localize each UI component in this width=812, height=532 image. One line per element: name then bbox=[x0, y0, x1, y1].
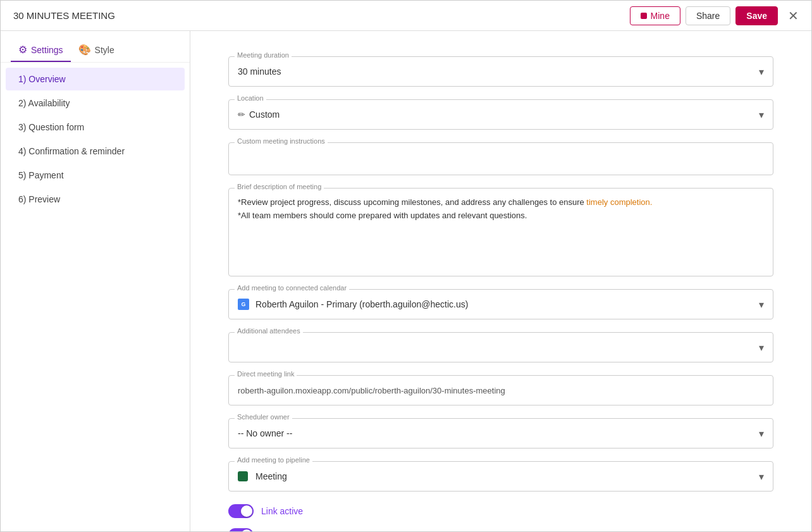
brief-description-highlight: timely completion. bbox=[586, 197, 652, 207]
pipeline-dot-icon bbox=[238, 471, 248, 481]
chevron-down-icon: ▾ bbox=[759, 66, 764, 78]
pipeline-value: Meeting bbox=[238, 471, 287, 481]
style-icon: 🎨 bbox=[78, 44, 91, 56]
sidebar: ⚙ Settings 🎨 Style 1) Overview 2) Availa… bbox=[1, 31, 190, 531]
sidebar-item-overview[interactable]: 1) Overview bbox=[6, 68, 185, 90]
toggle-thumb bbox=[241, 529, 252, 531]
direct-link-value: roberth-aguilon.moxieapp.com/public/robe… bbox=[238, 386, 505, 395]
brief-description-label: Brief description of meeting bbox=[235, 183, 324, 190]
google-calendar-icon: G bbox=[238, 299, 249, 310]
tab-settings-label: Settings bbox=[31, 45, 63, 55]
direct-link-label: Direct meeting link bbox=[235, 370, 297, 378]
custom-instructions-input[interactable] bbox=[228, 142, 773, 175]
chevron-down-icon: ▾ bbox=[759, 109, 764, 121]
calendar-label: Add meeting to connected calendar bbox=[235, 284, 349, 292]
toggle-thumb bbox=[241, 505, 252, 517]
meeting-title-input[interactable] bbox=[8, 8, 198, 23]
brief-description-field: Brief description of meeting *Review pro… bbox=[228, 188, 773, 276]
direct-link-field: Direct meeting link roberth-aguilon.moxi… bbox=[228, 375, 773, 405]
calendar-field: Add meeting to connected calendar G Robe… bbox=[228, 289, 773, 319]
sidebar-item-availability[interactable]: 2) Availability bbox=[6, 92, 185, 114]
mine-label: Mine bbox=[651, 11, 670, 21]
chevron-down-icon: ▾ bbox=[759, 428, 764, 440]
meeting-duration-select[interactable]: 30 minutes ▾ bbox=[228, 56, 773, 87]
pipeline-label: Add meeting to pipeline bbox=[235, 456, 312, 464]
scheduler-owner-value: -- No owner -- bbox=[238, 428, 292, 438]
sidebar-item-question-form[interactable]: 3) Question form bbox=[6, 116, 185, 139]
body: ⚙ Settings 🎨 Style 1) Overview 2) Availa… bbox=[1, 31, 811, 531]
close-button[interactable]: ✕ bbox=[783, 6, 804, 26]
brief-description-line2: *All team members should come prepared w… bbox=[238, 209, 652, 223]
client-portal-label: Show in Client Portal bbox=[261, 530, 343, 531]
pencil-icon: ✏ bbox=[238, 109, 245, 120]
additional-attendees-label: Additional attendees bbox=[235, 327, 303, 335]
meeting-duration-label: Meeting duration bbox=[235, 51, 292, 59]
chevron-down-icon: ▾ bbox=[759, 342, 764, 354]
sidebar-item-payment[interactable]: 5) Payment bbox=[6, 164, 185, 187]
sidebar-tabs: ⚙ Settings 🎨 Style bbox=[1, 31, 190, 63]
custom-instructions-field: Custom meeting instructions bbox=[228, 142, 773, 175]
sidebar-item-confirmation[interactable]: 4) Confirmation & reminder bbox=[6, 140, 185, 163]
share-label: Share bbox=[696, 11, 720, 21]
brief-description-content: *Review project progress, discuss upcomi… bbox=[238, 196, 652, 223]
meeting-duration-value: 30 minutes bbox=[238, 66, 281, 77]
tab-style-label: Style bbox=[95, 45, 114, 55]
scheduler-owner-field: Scheduler owner -- No owner -- ▾ bbox=[228, 418, 773, 448]
chevron-down-icon: ▾ bbox=[759, 299, 764, 311]
scheduler-owner-label: Scheduler owner bbox=[235, 413, 292, 421]
additional-attendees-select[interactable]: ▾ bbox=[228, 332, 773, 362]
location-value: ✏ Custom bbox=[238, 109, 280, 120]
tab-style[interactable]: 🎨 Style bbox=[71, 39, 122, 62]
scheduler-owner-select[interactable]: -- No owner -- ▾ bbox=[228, 418, 773, 448]
sidebar-item-preview[interactable]: 6) Preview bbox=[6, 188, 185, 211]
link-active-toggle[interactable] bbox=[228, 504, 254, 518]
direct-link-input[interactable]: roberth-aguilon.moxieapp.com/public/robe… bbox=[228, 375, 773, 405]
link-active-row: Link active bbox=[228, 504, 773, 518]
settings-icon: ⚙ bbox=[18, 44, 27, 56]
brief-description-line1: *Review project progress, discuss upcomi… bbox=[238, 196, 652, 209]
share-button[interactable]: Share bbox=[686, 6, 730, 25]
mine-button[interactable]: Mine bbox=[630, 6, 680, 25]
pipeline-select[interactable]: Meeting ▾ bbox=[228, 461, 773, 492]
close-icon: ✕ bbox=[788, 8, 799, 23]
location-field: Location ✏ Custom ▾ bbox=[228, 99, 773, 130]
main-content: Meeting duration 30 minutes ▾ Location ✏… bbox=[190, 31, 811, 531]
brief-description-textarea[interactable]: *Review project progress, discuss upcomi… bbox=[228, 188, 773, 276]
sidebar-nav: 1) Overview 2) Availability 3) Question … bbox=[1, 63, 190, 217]
location-label: Location bbox=[235, 94, 266, 102]
mine-dot-icon bbox=[641, 13, 647, 19]
calendar-select[interactable]: G Roberth Aguilon - Primary (roberth.agu… bbox=[228, 289, 773, 319]
calendar-value: G Roberth Aguilon - Primary (roberth.agu… bbox=[238, 299, 468, 310]
save-label: Save bbox=[746, 11, 767, 21]
meeting-duration-field: Meeting duration 30 minutes ▾ bbox=[228, 56, 773, 87]
save-button[interactable]: Save bbox=[735, 6, 778, 25]
link-active-label: Link active bbox=[261, 506, 303, 516]
chevron-down-icon: ▾ bbox=[759, 471, 764, 483]
pipeline-field: Add meeting to pipeline Meeting ▾ bbox=[228, 461, 773, 492]
tab-settings[interactable]: ⚙ Settings bbox=[11, 39, 71, 62]
custom-instructions-label: Custom meeting instructions bbox=[235, 137, 328, 145]
client-portal-row: Show in Client Portal bbox=[228, 528, 773, 531]
header: Mine Share Save ✕ bbox=[1, 1, 811, 31]
location-select[interactable]: ✏ Custom ▾ bbox=[228, 99, 773, 130]
additional-attendees-field: Additional attendees ▾ bbox=[228, 332, 773, 362]
client-portal-toggle[interactable] bbox=[228, 528, 254, 531]
